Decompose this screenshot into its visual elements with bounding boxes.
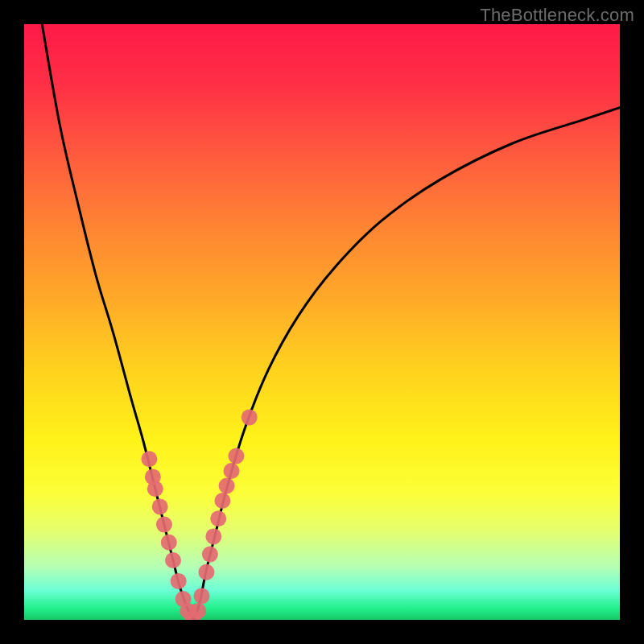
curve-left-branch (42, 24, 194, 620)
data-marker (219, 478, 235, 494)
plot-area (24, 24, 620, 620)
data-marker (194, 588, 210, 604)
data-marker (242, 409, 258, 425)
data-marker (147, 481, 163, 497)
watermark-text: TheBottleneck.com (480, 5, 634, 26)
data-marker (198, 564, 214, 580)
chart-svg (24, 24, 620, 620)
data-marker (141, 451, 157, 467)
data-marker (171, 573, 187, 589)
data-marker (202, 547, 218, 563)
data-marker (205, 528, 221, 544)
data-marker (165, 552, 181, 568)
curve-right-branch (194, 108, 620, 620)
data-marker (161, 535, 177, 551)
data-marker (228, 448, 244, 464)
data-marker (224, 463, 240, 479)
data-marker (152, 498, 168, 514)
data-marker (190, 603, 206, 619)
chart-frame: TheBottleneck.com (0, 0, 644, 644)
data-marker (214, 493, 230, 509)
data-marker (156, 517, 172, 533)
data-marker (210, 510, 226, 526)
